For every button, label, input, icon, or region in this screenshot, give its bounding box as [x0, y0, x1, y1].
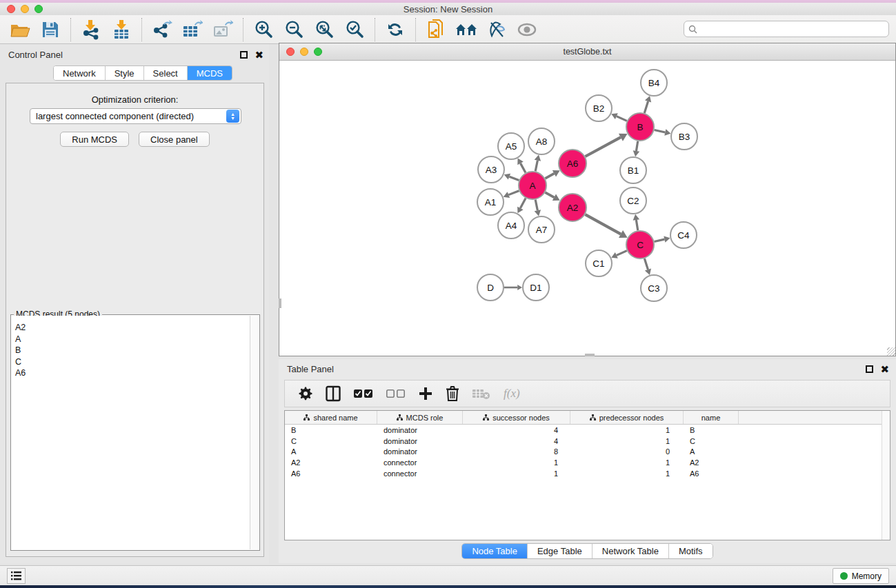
export-network-icon[interactable]	[150, 18, 174, 41]
graph-edge-A-A7[interactable]	[535, 200, 537, 211]
save-session-icon[interactable]	[39, 18, 62, 41]
graph-edge-C-C3[interactable]	[644, 258, 648, 270]
add-column-icon[interactable]	[419, 387, 432, 401]
tab-style[interactable]: Style	[106, 66, 144, 80]
task-history-button[interactable]	[7, 568, 26, 584]
float-table-panel-icon[interactable]	[866, 365, 873, 373]
import-network-icon[interactable]	[79, 18, 103, 41]
graph-edge-A-A6[interactable]	[545, 174, 554, 179]
graph-edge-B-B3[interactable]	[655, 130, 666, 132]
tab-network[interactable]: Network	[54, 66, 106, 80]
memory-button[interactable]: Memory	[833, 568, 889, 584]
home-layout-icon[interactable]	[455, 18, 478, 41]
settings-gear-icon[interactable]	[299, 387, 312, 401]
select-all-icon[interactable]	[354, 389, 373, 398]
column-header-name[interactable]: name	[684, 411, 739, 424]
import-table-icon[interactable]	[110, 18, 133, 41]
mcds-result-item[interactable]: A6	[12, 367, 250, 379]
graph-edge-A-A4[interactable]	[520, 199, 526, 209]
zoom-out-icon[interactable]	[282, 18, 306, 41]
control-panel-title: Control Panel	[8, 50, 63, 60]
window-resize-grip[interactable]	[887, 347, 895, 356]
table-row[interactable]: C dominator 4 1 C	[285, 436, 890, 447]
deselect-all-icon[interactable]	[386, 389, 406, 398]
graph-edge-A-A5[interactable]	[521, 163, 526, 173]
hide-annotations-icon[interactable]	[485, 18, 508, 41]
traffic-lights	[7, 5, 43, 13]
show-hide-eye-icon[interactable]	[515, 18, 539, 41]
open-file-icon[interactable]	[8, 18, 32, 41]
zoom-fit-icon[interactable]	[312, 18, 336, 41]
column-header-mcds-role[interactable]: MCDS role	[377, 411, 463, 424]
optimization-criterion-select[interactable]: largest connected component (directed) ▲…	[30, 108, 241, 124]
network-minimize-button[interactable]	[300, 48, 308, 56]
network-zoom-button[interactable]	[314, 48, 322, 56]
mcds-result-item[interactable]: C	[12, 356, 250, 368]
graph-edge-B-B4[interactable]	[644, 101, 648, 113]
export-image-icon[interactable]	[211, 18, 235, 41]
canvas-vertical-scrollbar[interactable]	[279, 298, 281, 308]
graph-edge-B-B1[interactable]	[636, 141, 637, 151]
search-input[interactable]	[700, 24, 884, 34]
minimize-window-button[interactable]	[21, 5, 29, 13]
main-toolbar	[0, 15, 896, 44]
graph-arrowhead	[517, 285, 522, 290]
graph-edge-C-C4[interactable]	[654, 239, 664, 241]
tab-mcds[interactable]: MCDS	[188, 66, 232, 80]
search-icon	[688, 25, 697, 34]
graph-edge-A2-C[interactable]	[585, 214, 621, 234]
close-table-panel-icon[interactable]: ✖	[880, 365, 889, 373]
graph-edge-B-B2[interactable]	[617, 116, 627, 121]
canvas-horizontal-scrollbar[interactable]	[585, 354, 595, 356]
column-header-shared-name[interactable]: shared name	[285, 411, 377, 424]
mcds-result-item[interactable]: B	[12, 345, 250, 356]
graph-node-label-A5: A5	[506, 141, 517, 152]
refresh-icon[interactable]	[384, 18, 407, 41]
optimization-criterion-label: Optimization criterion:	[6, 94, 263, 105]
graph-edge-C-C1[interactable]	[617, 251, 627, 256]
zoom-in-icon[interactable]	[252, 18, 275, 41]
graph-node-label-B: B	[637, 122, 643, 132]
mcds-result-item[interactable]: A2	[12, 322, 250, 334]
graph-edge-A-A8[interactable]	[535, 161, 537, 172]
graph-edge-C-C2[interactable]	[636, 220, 637, 230]
tab-motifs[interactable]: Motifs	[669, 544, 713, 558]
graph-node-label-A1: A1	[485, 197, 497, 207]
close-panel-icon[interactable]: ✖	[255, 51, 263, 59]
table-vertical-scrollbar[interactable]	[882, 411, 890, 540]
search-field[interactable]	[684, 21, 889, 37]
mcds-result-list[interactable]: A2 A B C A6	[12, 316, 250, 549]
column-browser-icon[interactable]	[326, 385, 341, 402]
network-close-button[interactable]	[286, 48, 295, 56]
network-window-titlebar[interactable]: testGlobe.txt	[279, 43, 895, 61]
graph-node-label-A4: A4	[506, 221, 517, 231]
delete-column-icon[interactable]	[446, 385, 459, 402]
tab-node-table[interactable]: Node Table	[462, 544, 528, 558]
column-header-predecessor-nodes[interactable]: predecessor nodes	[570, 411, 684, 424]
tab-select[interactable]: Select	[144, 66, 188, 80]
table-row[interactable]: A6 connector 1 1 A6	[285, 468, 890, 479]
clone-network-icon[interactable]	[424, 18, 448, 41]
table-row[interactable]: A dominator 8 0 A	[285, 447, 890, 458]
table-row[interactable]: B dominator 4 1 B	[285, 425, 890, 436]
graph-edge-A-A1[interactable]	[508, 191, 519, 195]
network-canvas[interactable]: B4B2BB3A8A5A6A3B1AC2A1A2A4A7C4CC1C3DD1	[279, 61, 895, 356]
zoom-selected-icon[interactable]	[343, 18, 366, 41]
export-table-icon[interactable]	[181, 18, 204, 41]
zoom-window-button[interactable]	[34, 5, 43, 13]
column-header-successor-nodes[interactable]: successor nodes	[463, 411, 570, 424]
graph-edge-A6-B[interactable]	[585, 137, 620, 156]
status-bar: Memory	[0, 565, 896, 585]
run-mcds-button[interactable]: Run MCDS	[60, 132, 129, 147]
close-window-button[interactable]	[7, 5, 15, 13]
graph-edge-A-A2[interactable]	[545, 192, 554, 197]
result-list-scrollbar[interactable]	[250, 316, 259, 549]
float-panel-icon[interactable]	[240, 51, 248, 59]
graph-edge-A-A3[interactable]	[509, 176, 519, 180]
table-row[interactable]: A2 connector 1 1 A2	[285, 457, 890, 468]
close-panel-button[interactable]: Close panel	[139, 132, 210, 147]
tab-edge-table[interactable]: Edge Table	[528, 544, 593, 558]
function-builder-icon-disabled: f(x)	[504, 387, 520, 401]
mcds-result-item[interactable]: A	[12, 334, 250, 345]
tab-network-table[interactable]: Network Table	[593, 544, 669, 558]
